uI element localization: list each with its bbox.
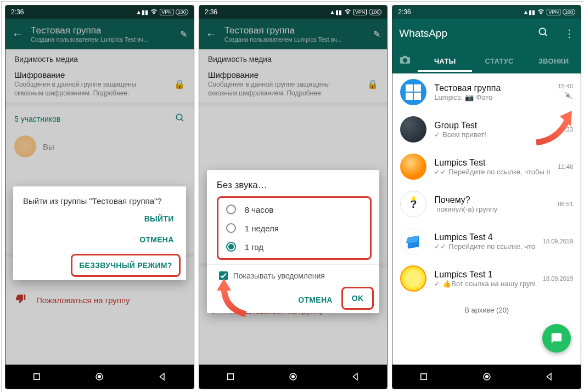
app-title: WhatsApp — [399, 27, 530, 39]
mute-mode-button[interactable]: БЕЗЗВУЧНЫЙ РЕЖИМ? — [72, 255, 179, 275]
avatar — [400, 265, 426, 292]
group-subtitle: Создана пользователем Lumpics Test вч... — [224, 36, 366, 43]
nav-back[interactable] — [351, 372, 361, 382]
chat-item[interactable]: Lumpics Test ✓✓Перейдите по ссылке, чтоб… — [392, 148, 581, 185]
vpn-icon: VPN — [547, 9, 560, 15]
screen-3: 2:36 ▲▮▮ VPN 100 WhatsApp ⋮ ЧАТЫ СТАТУС … — [392, 5, 581, 389]
main-app-bar: WhatsApp ⋮ — [392, 19, 581, 48]
tab-camera[interactable] — [392, 48, 418, 73]
leave-button[interactable]: ВЫЙТИ — [138, 209, 181, 229]
wifi-icon — [537, 9, 544, 16]
nav-bar — [5, 365, 194, 389]
svg-rect-11 — [421, 374, 427, 380]
avatar — [400, 228, 426, 254]
tab-chats[interactable]: ЧАТЫ — [418, 50, 472, 72]
tick-icon: ✓ — [434, 280, 440, 288]
clock: 2:36 — [205, 8, 217, 16]
more-icon[interactable]: ⋮ — [564, 27, 574, 39]
camera-icon: 📷 — [465, 93, 474, 101]
screen-2: 2:36 ▲▮▮ VPN 100 ← Тестовая группа Созда… — [199, 5, 388, 389]
back-icon[interactable]: ← — [206, 28, 217, 41]
double-tick-icon: ✓✓ — [434, 168, 446, 176]
annotation-arrow — [216, 279, 271, 317]
back-icon[interactable]: ← — [12, 28, 23, 41]
avatar: ?💡 — [400, 191, 426, 217]
wifi-icon — [150, 9, 158, 16]
leave-group-dialog: Выйти из группы "Тестовая группа"? ВЫЙТИ… — [13, 186, 186, 280]
ok-button[interactable]: OK — [343, 288, 373, 308]
chat-item[interactable]: Lumpics Test 4 ✓✓Перейдите по ссылке, чт… — [392, 223, 581, 260]
nav-bar — [392, 365, 581, 389]
tabs: ЧАТЫ СТАТУС ЗВОНКИ — [392, 48, 581, 73]
avatar — [400, 154, 426, 180]
battery-icon: 100 — [369, 9, 381, 15]
avatar — [400, 79, 426, 105]
cancel-button[interactable]: ОТМЕНА — [133, 230, 180, 249]
nav-back[interactable] — [158, 372, 167, 382]
status-bar: 2:36 ▲▮▮ VPN 100 — [5, 5, 194, 19]
signal-icon: ▲▮▮ — [329, 9, 342, 16]
signal-icon: ▲▮▮ — [523, 9, 536, 16]
mute-icon — [565, 92, 573, 101]
signal-icon: ▲▮▮ — [136, 9, 148, 16]
svg-line-9 — [545, 34, 547, 36]
chat-item[interactable]: ?💡 Почему? покинул(-а) группу 06:51 — [392, 185, 581, 223]
svg-point-7 — [291, 375, 295, 378]
svg-point-8 — [540, 29, 546, 35]
clock: 2:36 — [398, 8, 411, 16]
avatar — [400, 116, 426, 143]
vpn-icon: VPN — [353, 9, 367, 15]
archived-link[interactable]: В архиве (20) — [392, 297, 581, 323]
status-bar: 2:36 ▲▮▮ VPN 100 — [199, 5, 388, 19]
nav-home[interactable] — [94, 372, 104, 382]
group-title: Тестовая группа — [224, 25, 366, 36]
tick-icon: ✓ — [434, 130, 440, 139]
nav-home[interactable] — [288, 372, 298, 382]
double-tick-icon: ✓✓ — [434, 242, 446, 251]
svg-rect-5 — [228, 374, 234, 380]
group-subtitle: Создана пользователем Lumpics Test вч... — [31, 36, 172, 43]
radio-icon — [226, 204, 236, 214]
status-bar: 2:36 ▲▮▮ VPN 100 — [392, 5, 581, 19]
mute-8hours[interactable]: 8 часов — [218, 200, 370, 219]
svg-rect-2 — [34, 374, 40, 380]
chat-item[interactable]: Lumpics Test 1 ✓👍Вот ссылка на нашу груп… — [392, 260, 581, 297]
search-icon[interactable] — [538, 27, 549, 40]
battery-icon: 100 — [176, 9, 188, 15]
dialog-title: Без звука… — [217, 180, 374, 191]
nav-recents[interactable] — [226, 372, 235, 382]
radio-icon — [226, 223, 236, 233]
wifi-icon — [344, 9, 351, 16]
tab-calls[interactable]: ЗВОНКИ — [526, 50, 581, 72]
dialog-text: Выйти из группы "Тестовая группа"? — [23, 196, 181, 206]
cancel-button[interactable]: ОТМЕНА — [291, 290, 339, 310]
nav-recents[interactable] — [32, 372, 42, 382]
screen-1: 2:36 ▲▮▮ VPN 100 ← Тестовая группа Созда… — [5, 5, 194, 389]
radio-icon-selected — [226, 242, 236, 252]
annotation-arrow — [528, 110, 577, 148]
nav-home[interactable] — [482, 372, 492, 382]
nav-bar — [199, 365, 388, 389]
vpn-icon: VPN — [160, 9, 173, 15]
nav-recents[interactable] — [419, 372, 429, 382]
app-bar: ← Тестовая группа Создана пользователем … — [5, 19, 194, 49]
nav-back[interactable] — [544, 372, 554, 382]
edit-icon[interactable]: ✎ — [373, 29, 380, 39]
group-title: Тестовая группа — [31, 25, 172, 36]
svg-point-4 — [98, 375, 101, 378]
chat-item[interactable]: Тестовая группа Lumpics: 📷 Фото 15:40 — [392, 73, 581, 111]
edit-icon[interactable]: ✎ — [180, 29, 187, 39]
app-bar: ← Тестовая группа Создана пользователем … — [199, 19, 388, 49]
mute-1week[interactable]: 1 неделя — [218, 219, 370, 237]
new-chat-fab[interactable] — [542, 324, 571, 353]
tab-status[interactable]: СТАТУС — [472, 50, 526, 72]
svg-point-13 — [485, 375, 488, 378]
mute-options-highlight: 8 часов 1 неделя 1 год — [217, 196, 372, 260]
mute-1year[interactable]: 1 год — [218, 237, 370, 256]
battery-icon: 100 — [563, 9, 575, 15]
clock: 2:36 — [11, 8, 24, 16]
